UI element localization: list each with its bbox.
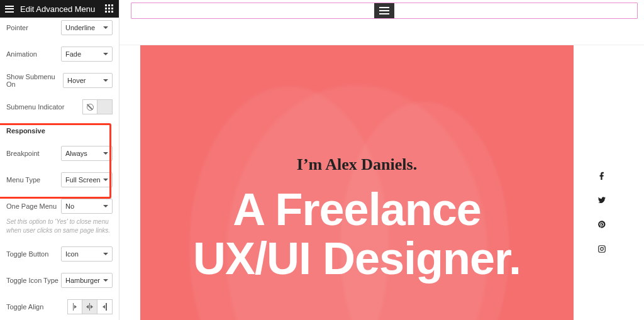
submenu-indicator-buttons	[82, 99, 113, 114]
section-responsive-title: Responsive	[6, 127, 113, 135]
toggle-icon-type-select[interactable]: Hamburger	[61, 273, 113, 288]
apps-grid-icon[interactable]	[105, 4, 114, 13]
control-toggle-button: Toggle Button Icon	[6, 246, 113, 262]
animation-label: Animation	[6, 50, 37, 58]
chevron-down-icon	[103, 205, 108, 207]
instagram-icon	[597, 245, 606, 253]
preview-header-strip	[119, 0, 644, 45]
toggle-button-select[interactable]: Icon	[61, 246, 113, 262]
hero-section: I’m Alex Daniels. A Freelance UX/UI Desi…	[140, 45, 574, 320]
align-center-button[interactable]	[82, 299, 97, 314]
control-show-submenu: Show Submenu On Hover	[6, 73, 113, 88]
twitter-link[interactable]	[597, 196, 606, 206]
submenu-indicator-none-button[interactable]	[82, 99, 97, 114]
chevron-down-icon	[103, 53, 108, 55]
submenu-indicator-label: Submenu Indicator	[6, 103, 64, 111]
chevron-down-icon	[103, 253, 108, 255]
one-page-select[interactable]: No	[61, 199, 113, 214]
editor-sidebar: Edit Advanced Menu Pointer Underline Ani…	[0, 0, 119, 320]
ban-icon	[87, 104, 94, 111]
chevron-down-icon	[103, 79, 108, 82]
toggle-align-buttons	[67, 299, 113, 314]
control-menu-type: Menu Type Full Screen	[6, 172, 113, 187]
hamburger-icon[interactable]	[5, 6, 14, 13]
one-page-helper: Set this option to 'Yes' to close menu w…	[6, 218, 113, 235]
control-breakpoint: Breakpoint Always	[6, 146, 113, 161]
pinterest-link[interactable]	[597, 220, 606, 231]
control-toggle-align: Toggle Align	[6, 299, 113, 314]
show-submenu-select[interactable]: Hover	[63, 73, 113, 88]
chevron-down-icon	[103, 152, 108, 155]
control-toggle-icon-type: Toggle Icon Type Hamburger	[6, 273, 113, 288]
pinterest-icon	[597, 220, 606, 229]
toggle-icon-type-label: Toggle Icon Type	[6, 277, 58, 284]
widget-selection-outline[interactable]	[131, 3, 638, 19]
chevron-down-icon	[103, 179, 108, 181]
toggle-align-label: Toggle Align	[6, 303, 43, 311]
sidebar-body: Pointer Underline Animation Fade Show Su…	[0, 18, 119, 320]
hero-subtitle: I’m Alex Daniels.	[140, 155, 574, 174]
twitter-icon	[597, 196, 606, 204]
menu-type-select[interactable]: Full Screen	[61, 172, 113, 187]
menu-type-label: Menu Type	[6, 176, 40, 184]
social-links-column	[597, 171, 606, 255]
align-left-icon	[68, 300, 82, 314]
align-right-button[interactable]	[97, 299, 113, 314]
one-page-label: One Page Menu	[6, 202, 57, 210]
breakpoint-select[interactable]: Always	[61, 146, 113, 161]
chevron-down-icon	[103, 279, 108, 282]
sidebar-header: Edit Advanced Menu	[0, 0, 119, 18]
control-animation: Animation Fade	[6, 47, 113, 62]
facebook-icon	[597, 171, 606, 180]
hero-content: I’m Alex Daniels. A Freelance UX/UI Desi…	[140, 155, 574, 284]
hero-title: A Freelance UX/UI Designer.	[140, 185, 574, 284]
show-submenu-label: Show Submenu On	[6, 73, 63, 88]
animation-select[interactable]: Fade	[61, 47, 113, 62]
facebook-link[interactable]	[597, 171, 606, 182]
chevron-down-icon	[103, 26, 108, 29]
pointer-select[interactable]: Underline	[61, 20, 113, 35]
align-center-icon	[82, 300, 97, 314]
pointer-label: Pointer	[6, 24, 28, 31]
submenu-indicator-caret-button[interactable]	[97, 99, 113, 114]
control-submenu-indicator: Submenu Indicator	[6, 99, 113, 114]
highlight-box	[0, 123, 111, 199]
header-title: Edit Advanced Menu	[20, 4, 105, 14]
align-right-icon	[97, 300, 112, 314]
menu-toggle-button[interactable]	[374, 3, 394, 18]
preview-canvas: I’m Alex Daniels. A Freelance UX/UI Desi…	[119, 0, 644, 320]
toggle-button-label: Toggle Button	[6, 250, 48, 258]
control-pointer: Pointer Underline	[6, 20, 113, 35]
control-one-page-menu: One Page Menu No	[6, 199, 113, 214]
hamburger-icon	[379, 7, 389, 8]
breakpoint-label: Breakpoint	[6, 150, 40, 157]
instagram-link[interactable]	[597, 245, 606, 255]
align-left-button[interactable]	[67, 299, 82, 314]
